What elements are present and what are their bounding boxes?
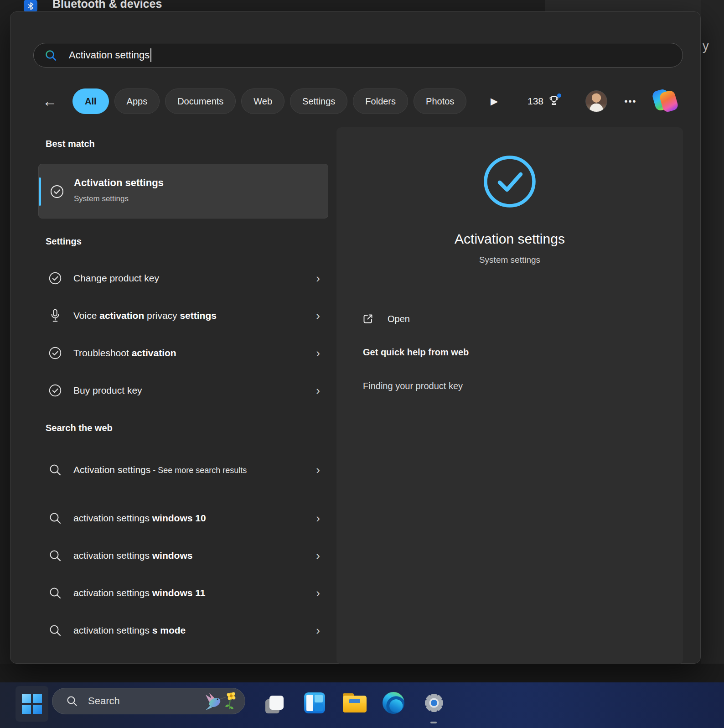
best-match-subtitle: System settings (74, 194, 129, 203)
taskbar-search-box[interactable]: Search (52, 688, 245, 714)
result-change-product-key[interactable]: Change product key › (38, 260, 328, 297)
tab-folders[interactable]: Folders (353, 88, 408, 114)
best-match-header: Best match (46, 139, 95, 149)
chevron-right-icon: › (316, 586, 320, 600)
widgets-button[interactable] (304, 692, 326, 714)
file-explorer-button[interactable] (343, 692, 365, 714)
web-result-see-more[interactable]: Activation settings - See more search re… (38, 444, 328, 495)
web-result-windows[interactable]: activation settings windows › (38, 537, 328, 574)
settings-app-bottom-edge (0, 664, 724, 682)
settings-running-indicator (430, 722, 437, 723)
rewards-notification-dot (557, 94, 561, 98)
gear-icon (423, 692, 445, 714)
tab-apps[interactable]: Apps (114, 88, 160, 114)
web-result-windows-10[interactable]: activation settings windows 10 › (38, 499, 328, 537)
tab-photos[interactable]: Photos (414, 88, 466, 114)
rewards-count: 138 (527, 96, 543, 107)
microphone-icon (47, 308, 63, 323)
taskbar-search-placeholder: Search (88, 695, 201, 707)
edge-browser-button[interactable] (383, 692, 404, 714)
web-result-windows-11[interactable]: activation settings windows 11 › (38, 574, 328, 612)
quick-help-header: Get quick help from web (363, 347, 469, 358)
check-circle-icon (47, 345, 63, 361)
detail-subtitle: System settings (336, 255, 683, 265)
search-glyph-icon (47, 623, 63, 638)
start-button[interactable] (16, 686, 48, 722)
play-icon: ▶ (491, 96, 498, 107)
result-buy-product-key[interactable]: Buy product key › (38, 372, 328, 409)
best-match-title: Activation settings (74, 177, 164, 189)
chevron-right-icon: › (316, 511, 320, 525)
search-icon (66, 695, 78, 707)
search-glyph-icon (47, 548, 63, 563)
search-input[interactable]: Activation settings (33, 43, 683, 68)
chevron-right-icon: › (316, 271, 320, 286)
more-options-button[interactable]: ••• (618, 89, 643, 113)
rewards-badge[interactable]: 138 (527, 89, 560, 113)
task-view-icon (264, 694, 285, 712)
web-section-header: Search the web (46, 423, 113, 433)
result-voice-activation-privacy[interactable]: Voice activation privacy settings › (38, 297, 328, 334)
result-detail-pane: Activation settings System settings Open… (336, 127, 683, 664)
back-arrow-icon: ← (42, 93, 57, 110)
tab-documents[interactable]: Documents (165, 88, 236, 114)
chevron-right-icon: › (316, 549, 320, 563)
widgets-icon (304, 692, 325, 713)
ellipsis-icon: ••• (624, 96, 636, 107)
taskbar: Search (0, 682, 724, 728)
tab-settings[interactable]: Settings (290, 88, 347, 114)
help-link-finding-product-key[interactable]: Finding your product key (363, 381, 463, 391)
settings-app-button[interactable] (423, 692, 445, 714)
trophy-icon (548, 94, 560, 108)
open-label: Open (388, 314, 410, 324)
user-avatar[interactable] (585, 90, 607, 112)
windows-logo-icon (22, 694, 42, 714)
settings-app-right-edge (701, 0, 724, 682)
folder-icon (343, 693, 365, 712)
check-circle-icon (49, 184, 65, 199)
occluded-text-fragment: y (703, 39, 709, 53)
settings-section-header: Settings (46, 236, 82, 247)
selection-accent-bar (39, 177, 41, 206)
filter-tabs-strip: All Apps Documents Web Settings Folders … (72, 88, 476, 115)
chevron-right-icon: › (316, 346, 320, 360)
search-glyph-icon (47, 462, 63, 478)
bluetooth-icon (24, 0, 37, 13)
results-list: Best match Activation settings System se… (35, 127, 336, 664)
best-match-result[interactable]: Activation settings System settings (38, 164, 328, 218)
text-caret (150, 48, 151, 62)
tab-all[interactable]: All (72, 88, 109, 114)
result-troubleshoot-activation[interactable]: Troubleshoot activation › (38, 334, 328, 372)
search-glyph-icon (47, 510, 63, 526)
chevron-right-icon: › (316, 463, 320, 477)
chevron-right-icon: › (316, 384, 320, 398)
chevron-right-icon: › (316, 624, 320, 638)
divider (352, 289, 668, 289)
web-result-s-mode[interactable]: activation settings s mode › (38, 612, 328, 649)
check-circle-icon (47, 383, 63, 398)
detail-title: Activation settings (336, 231, 683, 247)
search-flyout-panel: Activation settings ← All Apps Documents… (10, 11, 701, 664)
settings-nav-item-bluetooth-devices: Bluetooth & devices (52, 0, 162, 10)
chevron-right-icon: › (316, 309, 320, 323)
check-circle-icon (47, 270, 63, 286)
back-button[interactable]: ← (39, 88, 61, 114)
tabs-overflow-button[interactable]: ▶ (486, 88, 502, 114)
external-link-icon (362, 313, 374, 325)
search-query-text: Activation settings (69, 49, 150, 61)
activation-check-icon (482, 154, 538, 209)
search-highlight-hummingbird-icon (201, 690, 241, 712)
open-action[interactable]: Open (362, 307, 410, 331)
tab-web[interactable]: Web (241, 88, 284, 114)
search-glyph-icon (47, 585, 63, 601)
edge-icon (383, 692, 404, 714)
copilot-button[interactable] (652, 88, 678, 113)
search-icon (45, 49, 57, 62)
task-view-button[interactable] (264, 692, 285, 714)
